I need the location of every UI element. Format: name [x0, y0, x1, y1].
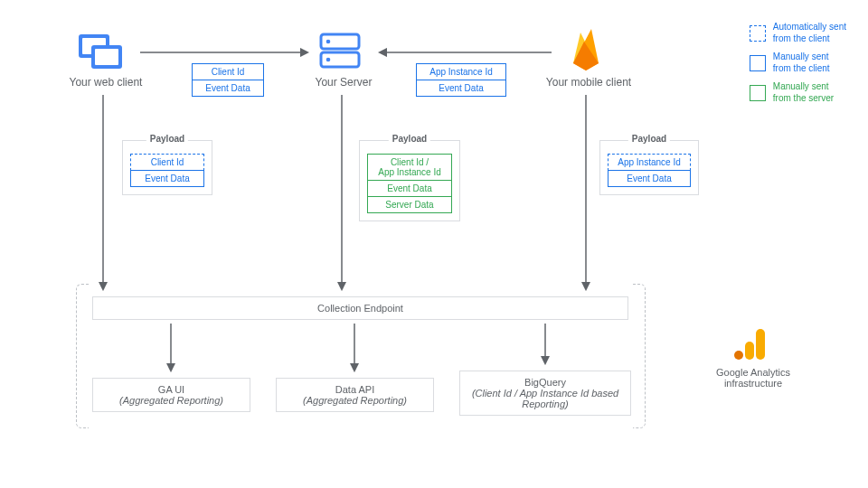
chips-mobile-to-server: App Instance Id Event Data [416, 63, 506, 97]
legend-auto: Automatically sent from the client [750, 22, 846, 44]
legend-manualc-text: Manually sent from the client [773, 52, 830, 74]
payload-server-2: Server Data [367, 196, 452, 213]
svg-rect-3 [95, 49, 118, 65]
chip-client-id: Client Id [192, 63, 264, 80]
payload-web: Payload Client Id Event Data [122, 140, 212, 195]
sink-bq-sub: (Client Id / App Instance Id based Repor… [467, 388, 623, 409]
svg-rect-9 [745, 342, 754, 360]
payload-server: Payload Client Id / App Instance Id Even… [359, 140, 460, 221]
analytics-icon [731, 325, 769, 365]
payload-tag-3: Payload [628, 134, 670, 144]
web-client-label: Your web client [65, 76, 146, 89]
chip-app-instance-id: App Instance Id [416, 63, 506, 80]
sink-bq-title: BigQuery [467, 377, 623, 388]
svg-point-10 [734, 351, 743, 360]
bracket-left [76, 284, 89, 428]
legend-auto-text: Automatically sent from the client [773, 22, 846, 44]
payload-mobile-1: Event Data [608, 170, 691, 187]
svg-point-7 [326, 58, 331, 62]
chip-event-data-2: Event Data [416, 80, 506, 97]
svg-rect-8 [756, 329, 765, 360]
legend-manual-server: Manually sent from the server [750, 81, 846, 104]
payload-tag-2: Payload [389, 134, 430, 144]
legend-manual-client: Manually sent from the client [750, 52, 846, 74]
swatch-solid-green-icon [750, 85, 766, 101]
sink-ga-title: GA UI [100, 384, 242, 395]
web-client-icon [77, 33, 126, 74]
bracket-right [633, 284, 646, 428]
sink-bq: BigQuery (Client Id / App Instance Id ba… [459, 371, 631, 416]
chips-web-to-server: Client Id Event Data [192, 63, 264, 97]
payload-tag: Payload [146, 134, 188, 144]
legend: Automatically sent from the client Manua… [750, 22, 846, 111]
svg-point-5 [326, 40, 331, 44]
infra-label: Google Analytics infrastructure [703, 367, 803, 389]
server-icon [319, 33, 361, 70]
swatch-solid-blue-icon [750, 55, 766, 71]
collection-endpoint: Collection Endpoint [92, 296, 628, 320]
sink-api-sub: (Aggregated Reporting) [284, 395, 426, 406]
firebase-icon [568, 27, 604, 76]
swatch-dashed-icon [750, 25, 766, 42]
sink-api: Data API (Aggregated Reporting) [276, 378, 434, 412]
sink-ga: GA UI (Aggregated Reporting) [92, 378, 250, 412]
mobile-client-label: Your mobile client [539, 76, 638, 89]
chip-event-data: Event Data [192, 80, 264, 97]
payload-mobile-0: App Instance Id [608, 154, 691, 171]
payload-server-0: Client Id / App Instance Id [367, 154, 452, 181]
server-label: Your Server [307, 76, 380, 89]
sink-ga-sub: (Aggregated Reporting) [100, 395, 242, 406]
payload-mobile: Payload App Instance Id Event Data [599, 140, 699, 195]
payload-web-1: Event Data [130, 170, 204, 187]
payload-web-0: Client Id [130, 154, 204, 171]
legend-manuals-text: Manually sent from the server [773, 81, 834, 104]
sink-api-title: Data API [284, 384, 426, 395]
collection-endpoint-text: Collection Endpoint [317, 303, 403, 314]
payload-server-1: Event Data [367, 180, 452, 197]
